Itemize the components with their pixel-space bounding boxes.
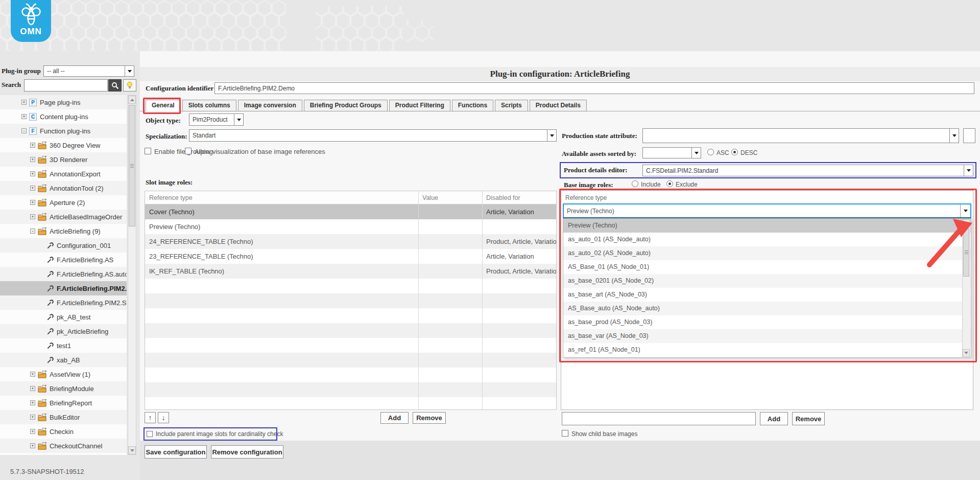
tree-item[interactable]: + 3D Renderer bbox=[0, 152, 127, 167]
tree-item[interactable]: + AnnotationTool (2) bbox=[0, 181, 127, 195]
tree-item[interactable]: Configuration_001 bbox=[0, 238, 127, 253]
expand-toggle-icon[interactable]: + bbox=[21, 114, 27, 119]
dropdown-option[interactable]: as_auto_01 (AS_Node_auto) bbox=[563, 233, 971, 246]
dropdown-option[interactable]: AS_Base_auto (AS_Node_auto) bbox=[563, 302, 971, 315]
dropdown-option[interactable]: as_base_0201 (AS_Node_02) bbox=[563, 274, 971, 288]
dropdown-scrollbar-thumb[interactable] bbox=[963, 228, 969, 277]
tree-scrollbar-thumb[interactable] bbox=[129, 105, 135, 226]
tree-item[interactable]: pk_AB_test bbox=[0, 310, 127, 324]
production-state-extra-button[interactable] bbox=[963, 128, 975, 143]
dropdown-option[interactable]: as_base_var (AS_Node_03) bbox=[563, 329, 971, 343]
expand-toggle-icon[interactable]: + bbox=[30, 443, 35, 448]
slot-add-button[interactable]: Add bbox=[380, 412, 409, 424]
expand-toggle-icon[interactable]: + bbox=[30, 214, 35, 219]
expand-toggle-icon[interactable]: + bbox=[30, 429, 35, 434]
show-child-base-images-checkbox[interactable] bbox=[562, 430, 568, 437]
available-assets-select[interactable] bbox=[642, 147, 701, 158]
expand-toggle-icon[interactable]: + bbox=[30, 157, 35, 162]
expand-toggle-icon[interactable]: - bbox=[21, 128, 27, 133]
chevron-down-icon[interactable] bbox=[949, 129, 959, 143]
expand-toggle-icon[interactable]: + bbox=[30, 171, 35, 176]
expand-toggle-icon[interactable]: + bbox=[30, 186, 35, 191]
expand-toggle-icon[interactable]: + bbox=[30, 400, 35, 405]
scroll-down-button[interactable] bbox=[128, 446, 136, 454]
tree-item[interactable]: pk_ArticleBriefing bbox=[0, 324, 127, 338]
base-image-remove-button[interactable]: Remove bbox=[792, 412, 825, 425]
tab[interactable]: Product Details bbox=[530, 100, 587, 111]
search-input[interactable] bbox=[24, 79, 108, 92]
enable-file-grouping-checkbox[interactable] bbox=[145, 148, 151, 154]
base-image-role-input[interactable] bbox=[562, 412, 756, 425]
table-row[interactable]: 23_REFERENCE_TABLE (Techno) Article, Var… bbox=[145, 249, 556, 264]
tree-item[interactable]: F.ArticleBriefing.PIM2.Standard bbox=[0, 295, 127, 310]
move-down-button[interactable]: ↓ bbox=[158, 412, 169, 423]
dropdown-option[interactable]: Preview (Techno) bbox=[563, 219, 971, 233]
tree-item[interactable]: + ArticleBasedImageOrder bbox=[0, 210, 127, 224]
tree-item[interactable]: xab_AB bbox=[0, 353, 127, 367]
expand-toggle-icon[interactable]: + bbox=[30, 200, 35, 205]
chevron-down-icon[interactable] bbox=[964, 165, 973, 176]
tree-item[interactable]: - F Function plug-ins bbox=[0, 124, 127, 138]
chevron-down-icon[interactable] bbox=[691, 148, 701, 158]
expand-toggle-icon[interactable]: + bbox=[30, 386, 35, 391]
tab[interactable]: Slots columns bbox=[182, 100, 236, 111]
tab[interactable]: Functions bbox=[452, 100, 493, 111]
hint-button[interactable] bbox=[123, 79, 136, 92]
reference-type-combobox[interactable]: Preview (Techno) bbox=[563, 203, 971, 218]
expand-toggle-icon[interactable]: + bbox=[30, 372, 35, 377]
chevron-down-icon[interactable] bbox=[547, 130, 556, 141]
tree-item[interactable]: F.ArticleBriefing.AS.auto bbox=[0, 267, 127, 281]
table-row[interactable]: 24_REFERENCE_TABLE (Techno) Product, Art… bbox=[145, 234, 556, 249]
asc-radio[interactable] bbox=[707, 149, 714, 155]
tree-item[interactable]: - ArticleBriefing (9) bbox=[0, 224, 127, 238]
tab[interactable]: Product Filtering bbox=[389, 100, 450, 111]
chevron-down-icon[interactable] bbox=[125, 66, 134, 76]
tree-item[interactable]: + Checkin bbox=[0, 424, 127, 439]
scroll-down-button[interactable] bbox=[963, 349, 970, 357]
tree-item[interactable]: + AnnotationExport bbox=[0, 167, 127, 181]
base-image-add-button[interactable]: Add bbox=[760, 412, 788, 425]
expand-toggle-icon[interactable]: + bbox=[30, 415, 35, 420]
tree-item[interactable]: + BulkEditor bbox=[0, 410, 127, 424]
tree-item[interactable]: F.ArticleBriefing.PIM2.Demo bbox=[0, 281, 127, 295]
tree-item[interactable]: + CheckoutChannel bbox=[0, 439, 127, 453]
chevron-down-icon[interactable] bbox=[960, 204, 970, 217]
table-row[interactable]: Preview (Techno) bbox=[145, 219, 556, 234]
dropdown-option[interactable]: as_base_art (AS_Node_03) bbox=[563, 288, 971, 302]
specialization-select[interactable]: Standart bbox=[189, 129, 557, 142]
scroll-up-button[interactable] bbox=[963, 219, 970, 227]
expand-toggle-icon[interactable]: + bbox=[30, 143, 35, 148]
dropdown-option[interactable]: as_auto_02 (AS_Node_auto) bbox=[563, 246, 971, 260]
tab[interactable]: General bbox=[146, 100, 181, 111]
tree-item[interactable]: test1 bbox=[0, 338, 127, 353]
chevron-down-icon[interactable] bbox=[234, 114, 243, 125]
save-configuration-button[interactable]: Save configuration bbox=[145, 445, 207, 459]
table-row[interactable]: Cover (Techno) Article, Variation bbox=[145, 204, 556, 219]
allow-visualization-checkbox[interactable] bbox=[185, 148, 192, 154]
cardinality-checkbox[interactable] bbox=[147, 431, 153, 437]
tree-item[interactable]: + 360 Degree View bbox=[0, 138, 127, 152]
tree-item[interactable]: + BriefingReport bbox=[0, 396, 127, 410]
tree-item[interactable]: + Aperture (2) bbox=[0, 195, 127, 210]
search-button[interactable] bbox=[108, 79, 122, 92]
tree-item[interactable]: + P Page plug-ins bbox=[0, 95, 127, 109]
scroll-up-button[interactable] bbox=[128, 96, 136, 104]
tab[interactable]: Scripts bbox=[495, 100, 528, 111]
dropdown-option[interactable]: AS_Base_01 (AS_Node_01) bbox=[563, 260, 971, 274]
object-type-select[interactable]: Pim2Product bbox=[189, 113, 244, 126]
tree-item[interactable]: + C Content plug-ins bbox=[0, 109, 127, 124]
remove-configuration-button[interactable]: Remove configuration bbox=[211, 445, 283, 459]
desc-radio[interactable] bbox=[731, 149, 738, 155]
tree-scrollbar[interactable] bbox=[128, 95, 136, 455]
move-up-button[interactable]: ↑ bbox=[145, 412, 156, 423]
exclude-radio[interactable] bbox=[666, 180, 673, 187]
configuration-identifier-input[interactable] bbox=[214, 82, 974, 94]
dropdown-option[interactable]: as_base_prod (AS_Node_03) bbox=[563, 315, 971, 329]
expand-toggle-icon[interactable]: + bbox=[21, 100, 27, 105]
plugin-group-select[interactable]: -- all -- bbox=[43, 65, 134, 77]
production-state-select[interactable] bbox=[642, 128, 959, 143]
slot-remove-button[interactable]: Remove bbox=[413, 412, 446, 424]
dropdown-option[interactable]: as_ref_01 (AS_Node_01) bbox=[563, 343, 971, 357]
tree-item[interactable]: + BriefingModule bbox=[0, 381, 127, 396]
dropdown-scrollbar[interactable] bbox=[962, 219, 970, 357]
